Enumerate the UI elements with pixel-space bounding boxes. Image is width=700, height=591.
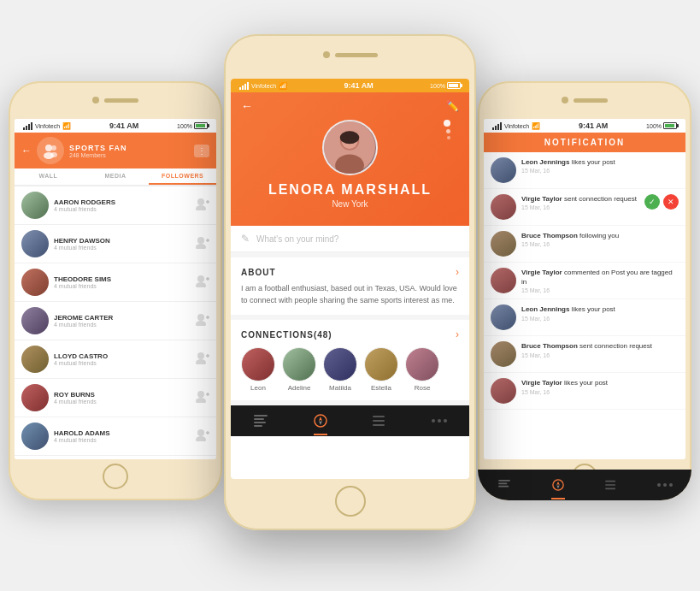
phones-container: Vinfotech 📶 9:41 AM 100% ←: [0, 0, 700, 591]
svg-rect-46: [373, 424, 385, 426]
add-follower-button[interactable]: [196, 198, 209, 213]
notif-content: Virgie Taylor sent connection request 15…: [521, 194, 639, 210]
follower-avatar: [21, 423, 49, 450]
notif-text: Leon Jennings likes your post: [521, 304, 679, 314]
profile-body: ✎ What's on your mind? ABOUT › I am a fo…: [231, 226, 469, 405]
add-person-icon: [196, 314, 209, 326]
notif-date: 15 Mar, 16: [521, 352, 679, 358]
svg-rect-39: [254, 422, 266, 423]
left-home-button[interactable]: [103, 464, 128, 489]
decline-button[interactable]: ✕: [663, 194, 679, 210]
add-follower-button[interactable]: [196, 275, 209, 290]
notif-content: Leon Jennings likes your post 15 Mar, 16: [521, 304, 679, 321]
notif-date: 15 Mar, 16: [521, 204, 639, 210]
connection-item[interactable]: Estella: [364, 347, 398, 392]
signal-bars: [23, 122, 32, 130]
nav-list[interactable]: [370, 411, 389, 430]
follower-mutual: 4 mutual friends: [54, 322, 191, 328]
connection-name: Adeline: [288, 384, 311, 392]
group-name: SPORTS FAN: [69, 144, 189, 152]
svg-point-29: [196, 436, 206, 441]
svg-point-9: [196, 244, 206, 249]
follower-avatar: [21, 192, 49, 219]
follower-avatar: [21, 307, 49, 334]
back-button[interactable]: ←: [21, 145, 32, 157]
about-header: ABOUT ›: [241, 266, 459, 278]
connection-item[interactable]: Matilda: [323, 347, 357, 392]
connection-avatar: [405, 347, 439, 381]
center-battery-fill: [449, 84, 458, 87]
center-home-button[interactable]: [335, 486, 366, 517]
nav-more[interactable]: [430, 411, 449, 430]
right-camera-dot: [562, 97, 568, 103]
notification-item: Leon Jennings likes your post 15 Mar, 16: [484, 299, 685, 336]
add-follower-button[interactable]: [196, 237, 209, 251]
center-phone: Vinfotech 📶 9:41 AM 100% ← ✏️: [224, 34, 476, 530]
notification-title: NOTIFICATION: [492, 138, 677, 147]
connections-avatars: Leon Adeline Matilda Estella Rose: [241, 347, 459, 392]
follower-mutual: 4 mutual friends: [54, 399, 191, 405]
follower-name: AARON RODGERS: [54, 198, 191, 206]
follower-mutual: 4 mutual friends: [54, 437, 191, 443]
notif-content: Bruce Thompson sent connection request 1…: [521, 341, 679, 358]
follower-name: HAROLD ADAMS: [54, 429, 191, 437]
svg-point-36: [340, 131, 360, 144]
notification-item: Virgie Taylor commented on Post you are …: [484, 263, 685, 299]
notif-text: Virgie Taylor sent connection request: [521, 194, 639, 204]
svg-point-4: [197, 198, 204, 205]
battery-fill: [196, 124, 205, 127]
center-carrier: Vinfotech: [251, 83, 276, 89]
tab-media[interactable]: MEDIA: [82, 168, 150, 185]
add-follower-button[interactable]: [196, 352, 209, 367]
add-follower-button[interactable]: [196, 429, 209, 444]
notif-date: 15 Mar, 16: [521, 241, 679, 247]
connections-arrow[interactable]: ›: [456, 328, 459, 340]
connection-name: Estella: [371, 384, 391, 392]
right-phone-screen: Vinfotech 📶 9:41 AM 100% NOTIFICATION: [484, 119, 685, 459]
dot3: [444, 419, 447, 423]
notif-text: Bruce Thompson sent connection request: [521, 341, 679, 351]
notification-item: Bruce Thompson following you 15 Mar, 16: [484, 226, 685, 263]
center-time: 9:41 AM: [344, 81, 373, 90]
add-follower-button[interactable]: [196, 391, 209, 405]
follower-info: JEROME CARTER 4 mutual friends: [54, 314, 191, 328]
battery-icon: [194, 122, 208, 129]
nav-compass[interactable]: [311, 411, 330, 430]
notif-text: Virgie Taylor likes your post: [521, 378, 679, 387]
dot2: [438, 419, 441, 423]
follower-item: HENRY DAWSON 4 mutual friends: [15, 225, 216, 263]
profile-edit-button[interactable]: ✏️: [446, 100, 459, 112]
center-bottom-nav: [231, 405, 469, 436]
left-phone: Vinfotech 📶 9:41 AM 100% ←: [9, 81, 222, 500]
more-dots: [432, 419, 447, 423]
connection-item[interactable]: Adeline: [282, 347, 316, 392]
svg-point-13: [196, 282, 206, 287]
about-arrow[interactable]: ›: [456, 266, 459, 278]
connection-item[interactable]: Leon: [241, 347, 275, 392]
connection-item[interactable]: Rose: [405, 347, 439, 392]
right-signal: [492, 122, 502, 130]
nav-feed[interactable]: [251, 411, 270, 430]
profile-nav: ← ✏️: [241, 99, 459, 113]
tab-followers[interactable]: FOLLOWERS: [149, 168, 216, 185]
follower-avatar: [21, 346, 49, 373]
connection-avatar: [241, 347, 275, 381]
center-phone-speaker: [323, 51, 378, 58]
tab-wall[interactable]: WALL: [15, 168, 82, 185]
profile-avatar-area: [241, 120, 459, 175]
profile-back-button[interactable]: ←: [241, 99, 253, 113]
right-speaker-bar: [574, 98, 608, 103]
post-placeholder: What's on your mind?: [256, 234, 459, 244]
center-battery-icon: [447, 82, 461, 89]
more-button[interactable]: ⋮: [194, 145, 209, 157]
battery-indicator: 100%: [177, 122, 208, 129]
feed-icon: [254, 415, 268, 427]
follower-item: JEROME CARTER 4 mutual friends: [15, 302, 216, 340]
follower-name: ROY BURNS: [54, 391, 191, 399]
follower-avatar: [21, 230, 49, 257]
follower-item: LLOYD CASTRO 4 mutual friends: [15, 340, 216, 379]
connections-section: CONNECTIONS(48) › Leon Adeline Matilda E…: [231, 320, 469, 400]
accept-button[interactable]: ✓: [644, 194, 660, 210]
post-input-area[interactable]: ✎ What's on your mind?: [231, 226, 469, 252]
add-follower-button[interactable]: [196, 314, 209, 328]
